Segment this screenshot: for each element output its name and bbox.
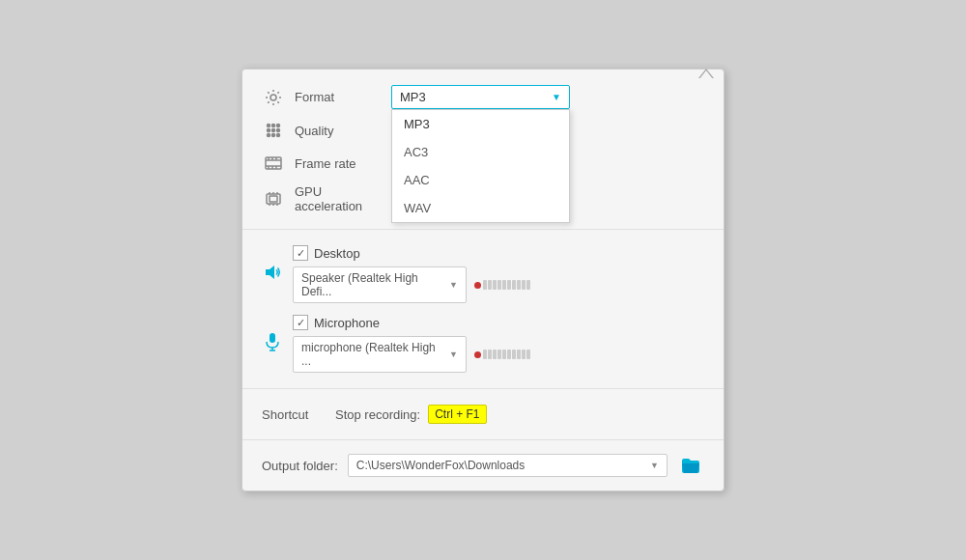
format-icon bbox=[262, 86, 285, 109]
microphone-device-dropdown[interactable]: microphone (Realtek High ... ▼ bbox=[293, 336, 467, 373]
microphone-icon bbox=[262, 331, 289, 357]
level-bar-4 bbox=[497, 280, 501, 290]
level-bar-2 bbox=[488, 280, 492, 290]
microphone-level-bars bbox=[483, 350, 530, 359]
desktop-controls: Speaker (Realtek High Defi... ▼ bbox=[293, 266, 530, 303]
shortcut-label: Shortcut bbox=[262, 407, 320, 422]
quality-label: Quality bbox=[295, 124, 391, 138]
microphone-controls: microphone (Realtek High ... ▼ bbox=[293, 336, 530, 373]
format-selected: MP3 bbox=[400, 90, 426, 104]
svg-point-8 bbox=[272, 134, 275, 137]
desktop-checkbox[interactable]: ✓ bbox=[293, 245, 308, 261]
output-path-dropdown[interactable]: C:\Users\WonderFox\Downloads ▼ bbox=[348, 454, 668, 477]
desktop-device-label: Speaker (Realtek High Defi... bbox=[301, 271, 445, 298]
format-dropdown-menu: MP3 AC3 AAC WAV bbox=[391, 109, 570, 223]
desktop-checkbox-row: ✓ Desktop bbox=[293, 245, 530, 261]
mic-bar-10 bbox=[526, 350, 530, 359]
desktop-row: ✓ Desktop Speaker (Realtek High Defi... … bbox=[262, 245, 704, 303]
svg-rect-28 bbox=[270, 333, 275, 343]
shortcut-row: Shortcut Stop recording: Ctrl + F1 bbox=[262, 405, 704, 424]
desktop-level-dot bbox=[474, 282, 481, 289]
microphone-checkbox[interactable]: ✓ bbox=[293, 315, 308, 330]
svg-marker-27 bbox=[266, 266, 274, 279]
svg-point-5 bbox=[272, 129, 275, 132]
desktop-level bbox=[474, 280, 530, 290]
svg-point-1 bbox=[268, 125, 270, 127]
desktop-device-dropdown[interactable]: Speaker (Realtek High Defi... ▼ bbox=[293, 266, 467, 303]
format-label: Format bbox=[295, 90, 391, 104]
microphone-group: ✓ Microphone microphone (Realtek High ..… bbox=[293, 315, 530, 373]
level-bar-6 bbox=[507, 280, 511, 290]
option-ac3[interactable]: AC3 bbox=[392, 138, 569, 166]
format-dropdown-wrapper: MP3 ▼ MP3 AC3 AAC WAV bbox=[391, 85, 570, 109]
output-section: Output folder: C:\Users\WonderFox\Downlo… bbox=[242, 440, 724, 490]
top-arrow bbox=[698, 69, 714, 78]
svg-point-2 bbox=[272, 125, 275, 127]
svg-point-7 bbox=[268, 134, 270, 137]
shortcut-section: Shortcut Stop recording: Ctrl + F1 bbox=[242, 389, 724, 440]
framerate-label: Frame rate bbox=[295, 156, 391, 171]
level-bar-9 bbox=[522, 280, 526, 290]
svg-point-6 bbox=[277, 129, 280, 132]
desktop-level-bars bbox=[483, 280, 530, 290]
mic-bar-4 bbox=[497, 350, 501, 359]
svg-point-9 bbox=[277, 134, 280, 137]
microphone-device-label: microphone (Realtek High ... bbox=[301, 341, 445, 368]
svg-point-4 bbox=[268, 129, 270, 132]
svg-point-3 bbox=[277, 125, 280, 127]
level-bar-7 bbox=[512, 280, 516, 290]
level-bar-3 bbox=[493, 280, 497, 290]
level-bar-1 bbox=[483, 280, 487, 290]
mic-bar-8 bbox=[517, 350, 521, 359]
audio-section: ✓ Desktop Speaker (Realtek High Defi... … bbox=[242, 230, 724, 389]
mic-bar-9 bbox=[522, 350, 526, 359]
settings-section: Format MP3 ▼ MP3 AC3 AAC WAV bbox=[242, 70, 724, 230]
level-bar-5 bbox=[502, 280, 506, 290]
option-wav[interactable]: WAV bbox=[392, 194, 569, 222]
mic-bar-1 bbox=[483, 350, 487, 359]
mic-bar-6 bbox=[507, 350, 511, 359]
option-mp3[interactable]: MP3 bbox=[392, 110, 569, 138]
microphone-level-dot bbox=[474, 351, 481, 358]
mic-bar-7 bbox=[512, 350, 516, 359]
shortcut-item-stop: Stop recording: Ctrl + F1 bbox=[335, 405, 487, 424]
svg-rect-26 bbox=[270, 196, 277, 202]
main-panel: Format MP3 ▼ MP3 AC3 AAC WAV bbox=[242, 69, 724, 491]
level-bar-10 bbox=[526, 280, 530, 290]
desktop-name: Desktop bbox=[314, 246, 360, 261]
mic-bar-5 bbox=[502, 350, 506, 359]
framerate-icon bbox=[262, 152, 285, 175]
format-dropdown[interactable]: MP3 ▼ bbox=[391, 85, 570, 109]
desktop-group: ✓ Desktop Speaker (Realtek High Defi... … bbox=[293, 245, 530, 303]
mic-bar-3 bbox=[493, 350, 497, 359]
gpu-label: GPU acceleration bbox=[295, 184, 391, 213]
microphone-dropdown-arrow: ▼ bbox=[449, 350, 458, 359]
svg-point-0 bbox=[270, 95, 276, 100]
format-row: Format MP3 ▼ MP3 AC3 AAC WAV bbox=[262, 85, 704, 109]
microphone-name: Microphone bbox=[314, 316, 380, 330]
output-dropdown-arrow: ▼ bbox=[650, 461, 659, 470]
option-aac[interactable]: AAC bbox=[392, 166, 569, 194]
browse-folder-button[interactable] bbox=[677, 452, 704, 479]
stop-recording-key[interactable]: Ctrl + F1 bbox=[428, 405, 486, 424]
microphone-level bbox=[474, 350, 530, 359]
level-bar-8 bbox=[517, 280, 521, 290]
output-label: Output folder: bbox=[262, 459, 338, 473]
microphone-row: ✓ Microphone microphone (Realtek High ..… bbox=[262, 315, 704, 373]
output-path: C:\Users\WonderFox\Downloads bbox=[356, 459, 526, 472]
dropdown-arrow: ▼ bbox=[552, 92, 561, 102]
quality-icon bbox=[262, 119, 285, 142]
mic-bar-2 bbox=[488, 350, 492, 359]
stop-recording-label: Stop recording: bbox=[335, 407, 420, 422]
microphone-checkbox-row: ✓ Microphone bbox=[293, 315, 530, 330]
desktop-dropdown-arrow: ▼ bbox=[449, 280, 458, 290]
gpu-icon bbox=[262, 187, 285, 210]
speaker-icon bbox=[262, 262, 289, 288]
